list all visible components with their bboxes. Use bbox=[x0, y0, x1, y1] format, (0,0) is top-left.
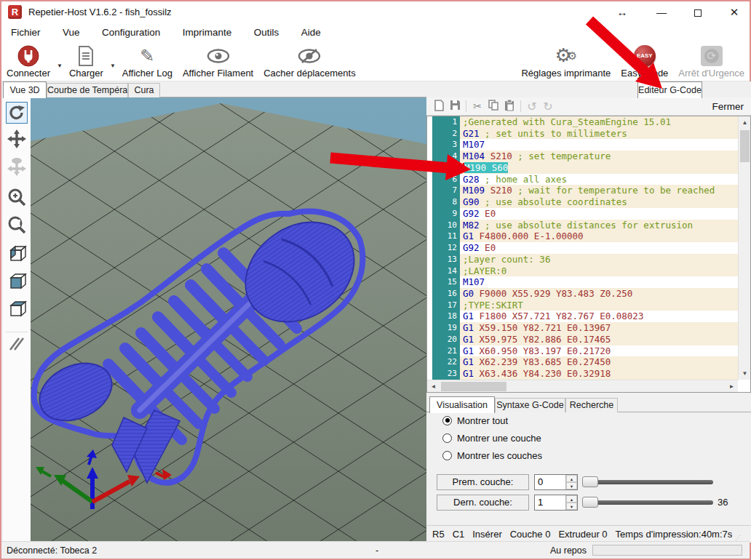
dern-couche-slider[interactable] bbox=[582, 495, 713, 511]
menu-imprimante[interactable]: Imprimante bbox=[173, 23, 242, 38]
tab-visualisation[interactable]: Visualisation bbox=[429, 396, 495, 413]
scroll-right-icon[interactable]: ► bbox=[726, 380, 738, 393]
cursor-row: R5 bbox=[432, 529, 445, 540]
redo-icon[interactable]: ↻ bbox=[540, 100, 556, 113]
code-line[interactable]: 17;TYPE:SKIRT bbox=[427, 300, 738, 311]
radio-montrer-tout[interactable]: Montrer tout bbox=[442, 415, 508, 426]
save-icon[interactable] bbox=[447, 100, 463, 113]
cacher-deplacements-button[interactable]: Cacher déplacements bbox=[258, 42, 360, 81]
prem-couche-slider[interactable] bbox=[582, 474, 713, 490]
minimize-button[interactable]: — bbox=[651, 1, 672, 23]
code-line[interactable]: 5M190 S60 bbox=[427, 162, 738, 174]
top-view-tool[interactable] bbox=[6, 298, 28, 320]
code-line[interactable]: 6G28 ; home all axes bbox=[427, 174, 738, 185]
spinner-buttons: ▲▼ bbox=[565, 495, 577, 510]
zoom-fit-tool[interactable] bbox=[6, 214, 28, 236]
tab-syntaxe-gcode[interactable]: Syntaxe G-Code bbox=[495, 398, 565, 412]
code-line[interactable]: 9G92 E0 bbox=[427, 208, 738, 220]
reglages-imprimante-button[interactable]: ⚙⚙ Réglages imprimante bbox=[516, 42, 616, 81]
scroll-down-icon[interactable]: ▼ bbox=[739, 367, 751, 380]
fermer-button[interactable]: Fermer bbox=[712, 101, 751, 112]
menu-vue[interactable]: Vue bbox=[53, 23, 90, 38]
tab-courbe-temperature[interactable]: Courbe de Température bbox=[47, 83, 128, 97]
title-bar[interactable]: R Repetier-Host V1.6.2 - fish_fossilz ↔ … bbox=[1, 1, 750, 23]
menu-aide[interactable]: Aide bbox=[292, 23, 330, 38]
close-button[interactable]: ✕ bbox=[723, 1, 745, 23]
3d-scene[interactable] bbox=[31, 97, 426, 541]
horizontal-scrollbar[interactable]: ◄ ► bbox=[427, 380, 738, 392]
rotate-view-tool[interactable] bbox=[6, 102, 28, 124]
code-area[interactable]: 1;Generated with Cura_SteamEngine 15.012… bbox=[427, 116, 738, 380]
parallel-projection-tool[interactable] bbox=[6, 332, 28, 353]
menu-configuration[interactable]: Configuration bbox=[92, 23, 170, 38]
arret-urgence-button[interactable]: ⟳ Arrêt d'Urgence bbox=[673, 42, 750, 81]
menu-outils[interactable]: Outils bbox=[245, 23, 289, 38]
radio-icon bbox=[442, 451, 452, 460]
easy-mode-button[interactable]: EASY Easy Mode bbox=[616, 42, 673, 81]
spin-down-icon[interactable]: ▼ bbox=[566, 503, 577, 510]
charger-button[interactable]: Charger bbox=[64, 42, 108, 81]
undo-icon[interactable]: ↺ bbox=[524, 100, 540, 113]
maximize-button[interactable] bbox=[687, 1, 709, 23]
spin-down-icon[interactable]: ▼ bbox=[566, 482, 577, 489]
scroll-left-icon[interactable]: ◄ bbox=[427, 380, 440, 393]
zoom-in-tool[interactable] bbox=[6, 186, 28, 208]
code-line[interactable]: 15M107 bbox=[427, 276, 738, 288]
code-line[interactable]: 14;LAYER:0 bbox=[427, 265, 738, 277]
code-line[interactable]: 10M82 ; use absolute distances for extru… bbox=[427, 220, 738, 231]
code-line[interactable]: 18G1 F1800 X57.721 Y82.767 E0.08023 bbox=[427, 311, 738, 322]
code-line[interactable]: 2G21 ; set units to millimeters bbox=[427, 128, 738, 140]
code-line[interactable]: 13;Layer count: 36 bbox=[427, 254, 738, 265]
code-line[interactable]: 1;Generated with Cura_SteamEngine 15.01 bbox=[427, 116, 738, 128]
code-line[interactable]: 23G1 X63.436 Y84.230 E0.32918 bbox=[427, 368, 738, 380]
radio-montrer-les-couches[interactable]: Montrer les couches bbox=[442, 449, 542, 461]
prem-couche-spinner[interactable]: 0 ▲▼ bbox=[534, 474, 578, 490]
code-line[interactable]: 8G90 ; use absolute coordinates bbox=[427, 196, 738, 208]
new-file-icon[interactable] bbox=[431, 100, 447, 113]
tab-editeur-gcode[interactable]: Editeur G-Code bbox=[637, 81, 702, 98]
paste-icon[interactable] bbox=[501, 100, 517, 113]
isometric-view-tool[interactable] bbox=[6, 243, 28, 265]
menu-fichier[interactable]: Fichier bbox=[1, 23, 50, 38]
charger-dropdown[interactable]: ▼ bbox=[110, 54, 116, 69]
front-view-tool[interactable] bbox=[6, 271, 28, 292]
vertical-scrollbar[interactable]: ▲ ▼ bbox=[738, 116, 750, 380]
code-line[interactable]: 4M104 S210 ; set temperature bbox=[427, 151, 738, 162]
connecter-button[interactable]: Connecter bbox=[1, 42, 55, 81]
afficher-filament-button[interactable]: Afficher Filament bbox=[178, 42, 258, 81]
prem-couche-button[interactable]: Prem. couche: bbox=[437, 474, 529, 490]
resize-grip[interactable]: ⋰ bbox=[735, 535, 742, 541]
code-line[interactable]: 19G1 X59.150 Y82.721 E0.13967 bbox=[427, 322, 738, 334]
spin-up-icon[interactable]: ▲ bbox=[566, 475, 577, 482]
tab-cura[interactable]: Cura bbox=[128, 83, 160, 97]
connecter-dropdown[interactable]: ▼ bbox=[57, 54, 63, 69]
vscroll-thumb[interactable] bbox=[740, 130, 750, 162]
toolbar-separator bbox=[466, 100, 466, 112]
code-line[interactable]: 21G1 X60.950 Y83.197 E0.21720 bbox=[427, 345, 738, 357]
spinner-buttons: ▲▼ bbox=[565, 475, 577, 489]
line-number: 17 bbox=[432, 300, 460, 311]
code-line[interactable]: 7M109 S210 ; wait for temperature to be … bbox=[427, 185, 738, 196]
copy-icon[interactable] bbox=[485, 100, 501, 113]
code-line[interactable]: 12G92 E0 bbox=[427, 242, 738, 254]
afficher-log-button[interactable]: ✎ Afficher Log bbox=[117, 42, 178, 81]
slider-thumb[interactable] bbox=[582, 476, 598, 487]
radio-montrer-une-couche[interactable]: Montrer une couche bbox=[442, 432, 541, 444]
spin-up-icon[interactable]: ▲ bbox=[566, 495, 577, 503]
code-line[interactable]: 11G1 F4800.000 E-1.00000 bbox=[427, 231, 738, 242]
move-object-tool[interactable] bbox=[6, 156, 28, 177]
move-view-tool[interactable] bbox=[6, 128, 28, 150]
slider-thumb[interactable] bbox=[582, 497, 598, 508]
hscroll-thumb[interactable] bbox=[441, 382, 506, 391]
code-line[interactable]: 20G1 X59.975 Y82.886 E0.17465 bbox=[427, 334, 738, 345]
cut-icon[interactable]: ✂ bbox=[469, 100, 485, 112]
dern-couche-value: 1 bbox=[538, 497, 543, 508]
dern-couche-spinner[interactable]: 1 ▲▼ bbox=[534, 495, 578, 511]
code-line[interactable]: 3M107 bbox=[427, 139, 738, 151]
tab-recherche[interactable]: Recherche bbox=[565, 398, 618, 412]
dern-couche-button[interactable]: Dern. couche: bbox=[437, 495, 529, 511]
code-line[interactable]: 16G0 F9000 X55.929 Y83.483 Z0.250 bbox=[427, 288, 738, 300]
tab-vue-3d[interactable]: Vue 3D bbox=[3, 81, 47, 98]
code-line[interactable]: 22G1 X62.239 Y83.685 E0.27450 bbox=[427, 356, 738, 368]
scroll-up-icon[interactable]: ▲ bbox=[739, 116, 751, 129]
